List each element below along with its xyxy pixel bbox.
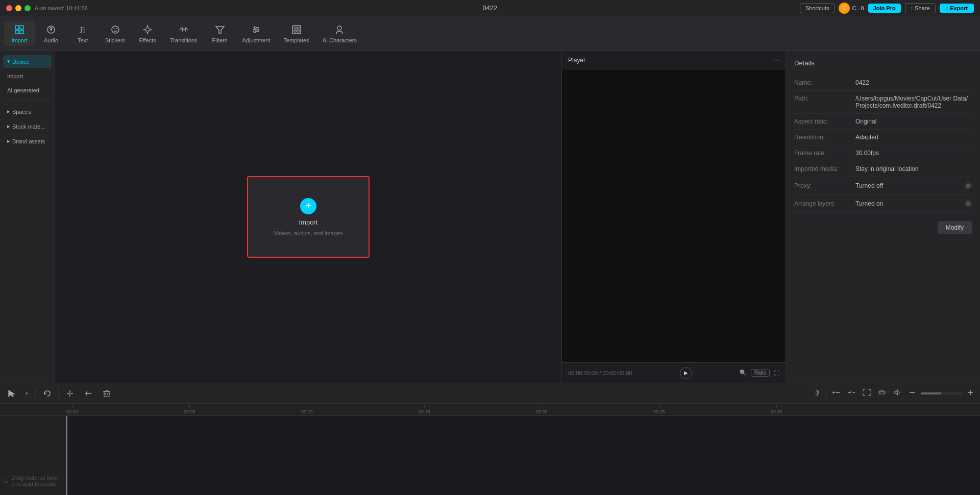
modify-button[interactable]: Modify <box>938 221 972 234</box>
import-icon <box>14 24 25 35</box>
sidebar-item-stock-mate[interactable]: ▸ Stock mate... <box>3 120 52 133</box>
fit-button[interactable] <box>861 387 873 400</box>
detail-value-name: 0422 <box>855 79 972 86</box>
detail-row-framerate: Frame rate: 30.00fps <box>794 145 972 161</box>
ruler-mark-2: 00:10 <box>301 405 313 414</box>
detail-label-name: Name: <box>794 79 855 86</box>
detail-value-aspect: Original <box>855 118 972 125</box>
effects-label: Effects <box>139 37 156 43</box>
detail-toggle-label-proxy: Proxy: <box>794 182 855 189</box>
join-pro-button[interactable]: Join Pro <box>868 4 901 13</box>
timeline-cursor <box>66 416 67 495</box>
shortcuts-button[interactable]: Shortcuts <box>800 3 835 13</box>
undo-button[interactable] <box>40 387 54 400</box>
player-play-button[interactable]: ▶ <box>680 367 692 379</box>
svg-rect-0 <box>15 26 19 29</box>
toolbar-stickers[interactable]: Stickers <box>99 21 131 46</box>
player-time-current: 00:00:00:00 / 00:00:00:00 <box>568 370 632 376</box>
filters-label: Filters <box>212 37 228 43</box>
ruler-label-0: 00:00 <box>66 409 78 414</box>
split-button[interactable] <box>63 387 77 400</box>
share-button[interactable]: ↑ Share <box>905 3 936 13</box>
ruler-mark-5: 00:25 <box>653 405 665 414</box>
toolbar-adjustment[interactable]: Adjustment <box>236 21 277 46</box>
select-tool-button[interactable] <box>4 387 18 400</box>
svg-rect-3 <box>20 30 23 34</box>
sidebar: ▾ Device Import AI generated ▸ Spaces ▸ … <box>0 51 55 383</box>
toolbar-effects[interactable]: Effects <box>132 21 163 46</box>
detail-label-aspect: Aspect ratio: <box>794 118 855 125</box>
export-button[interactable]: ↑ Export <box>940 4 974 13</box>
close-button[interactable] <box>6 5 12 11</box>
timeline-separator-2 <box>58 388 59 399</box>
main-toolbar: Import Audio T I Text <box>0 16 980 51</box>
svg-rect-44 <box>5 479 8 482</box>
timeline-track-labels: Drag material here and start to create <box>0 416 66 495</box>
ai-characters-icon <box>334 24 345 35</box>
detail-row-resolution: Resolution: Adapted <box>794 130 972 145</box>
plus-button[interactable] <box>965 387 976 400</box>
player-title: Player <box>568 57 585 64</box>
toolbar-templates[interactable]: Templates <box>278 21 315 46</box>
toolbar-ai-characters[interactable]: AI Characters <box>316 21 363 46</box>
tool-dropdown-button[interactable]: ▾ <box>22 389 31 398</box>
device-arrow-icon: ▾ <box>7 58 10 65</box>
toolbar-audio[interactable]: Audio <box>36 21 66 46</box>
zoom-in-button[interactable] <box>830 387 842 400</box>
details-title: Details <box>794 59 972 67</box>
sidebar-item-device[interactable]: ▾ Device <box>3 55 52 68</box>
ruler-mark-3: 00:15 <box>419 405 430 414</box>
detail-value-framerate: 30.00fps <box>855 150 972 157</box>
svg-point-18 <box>254 31 256 33</box>
zoom-out-button[interactable] <box>845 387 857 400</box>
adjustment-icon <box>251 24 262 35</box>
import-label: Import <box>299 218 318 226</box>
detail-row-path: Path: /Users/topgus/Movies/CapCut/User D… <box>794 91 972 114</box>
timeline-toolbar: ▾ <box>0 383 980 404</box>
sidebar-item-brand-assets[interactable]: ▸ Brand assets <box>3 135 52 147</box>
arrange-layers-toggle[interactable] <box>965 200 972 207</box>
toolbar-import[interactable]: Import <box>4 21 35 46</box>
drag-label-text: Drag material here and start to create <box>11 475 66 487</box>
svg-rect-22 <box>294 30 296 32</box>
detail-toggle-label-arrange: Arrange layers <box>794 200 855 207</box>
volume-button[interactable] <box>891 387 903 400</box>
player-right-controls: 🔍 Ratio ⛶ <box>740 369 779 377</box>
sidebar-item-ai-generated[interactable]: AI generated <box>3 84 52 96</box>
detail-row-arrange-layers: Arrange layers Turned on <box>794 195 972 213</box>
trim-button[interactable] <box>81 387 95 400</box>
titlebar-left: Auto saved: 10:41:56 <box>6 5 88 11</box>
arrange-toggle-dot <box>966 202 970 206</box>
minimize-button[interactable] <box>15 5 21 11</box>
proxy-toggle-dot <box>966 184 970 188</box>
toolbar-transitions[interactable]: Transitions <box>164 21 203 46</box>
minus-button[interactable] <box>906 387 918 400</box>
player-menu-icon[interactable]: ⋯ <box>773 57 779 64</box>
import-drop-zone[interactable]: + Import Videos, audios, and images <box>247 176 370 258</box>
sidebar-item-import[interactable]: Import <box>3 70 52 82</box>
stickers-icon <box>110 24 121 35</box>
delete-button[interactable] <box>100 387 114 400</box>
link-button[interactable] <box>876 387 888 400</box>
svg-point-5 <box>50 29 52 31</box>
svg-rect-1 <box>20 26 23 29</box>
ruler-mark-1: 00:05 <box>184 405 195 414</box>
import-content-area: + Import Videos, audios, and images <box>55 51 561 383</box>
player-header: Player ⋯ <box>562 51 786 69</box>
player-zoom-button[interactable]: 🔍 <box>740 369 747 376</box>
sidebar-item-spaces[interactable]: ▸ Spaces <box>3 105 52 118</box>
detail-row-imported-media: Imported media: Stay in original locatio… <box>794 161 972 177</box>
microphone-button[interactable]: 🎙 <box>812 387 823 400</box>
svg-rect-2 <box>15 30 19 34</box>
toolbar-filters[interactable]: Filters <box>205 21 235 46</box>
zoom-slider[interactable] <box>921 392 962 394</box>
maximize-button[interactable] <box>24 5 31 11</box>
ratio-badge[interactable]: Ratio <box>751 369 770 377</box>
timeline-tracks[interactable] <box>66 416 980 495</box>
toolbar-text[interactable]: T I Text <box>67 21 98 46</box>
detail-value-imported-media: Stay in original location <box>855 165 972 172</box>
svg-rect-21 <box>297 27 299 29</box>
proxy-toggle[interactable] <box>965 182 972 189</box>
svg-rect-20 <box>294 27 296 29</box>
player-fullscreen-button[interactable]: ⛶ <box>774 370 779 376</box>
